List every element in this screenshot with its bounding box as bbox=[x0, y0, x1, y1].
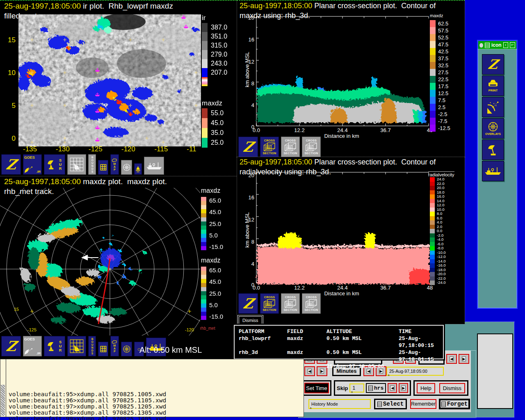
skip-fwd-button[interactable]: ▶ bbox=[399, 383, 408, 393]
ir-ytick: 15 bbox=[2, 36, 16, 44]
polar-range-label: 15 bbox=[12, 307, 21, 312]
terminal-scrollbar[interactable] bbox=[0, 359, 6, 417]
bounds-button[interactable]: BOUNDS bbox=[88, 336, 96, 356]
colorbar-entry: 243.0 bbox=[202, 59, 227, 68]
polar-colorbar2 bbox=[201, 267, 206, 320]
colorbar-segment bbox=[201, 271, 206, 275]
grid-radar-button[interactable] bbox=[67, 154, 86, 175]
colorbar-segment bbox=[201, 246, 206, 250]
window-menu-icon[interactable] bbox=[479, 43, 483, 48]
overlays-button[interactable]: OVERLAYS bbox=[482, 118, 504, 139]
buoy-icon bbox=[135, 166, 141, 173]
xs2-title: 25-aug-1997,18:05:00 Planar cross-sectio… bbox=[240, 158, 436, 167]
goes-ir-button[interactable]: GOES .IR bbox=[23, 154, 42, 175]
window-iconify-button[interactable]: ↵ bbox=[510, 42, 515, 48]
cross-section-button-active[interactable]: CROSS SECTION bbox=[260, 137, 279, 157]
sur-radar-button[interactable]: SUR bbox=[44, 154, 65, 175]
grid-overlay-button[interactable] bbox=[98, 342, 108, 356]
zebra-logo-button[interactable]: Z bbox=[238, 137, 258, 157]
cross-section-button[interactable]: CROSS SECTION bbox=[281, 293, 300, 314]
buoy-button[interactable] bbox=[134, 163, 142, 175]
xs2-ytick: 16 bbox=[244, 194, 254, 201]
icon-panel-titlebar[interactable]: icon ▪ ↵ bbox=[478, 41, 516, 49]
colorbar-entry: 25.0 bbox=[202, 138, 224, 148]
skip-back-button[interactable]: ◀ bbox=[388, 383, 397, 393]
colorbar-entry: -20.0 bbox=[430, 272, 446, 276]
ir-ytick: 0 bbox=[2, 135, 16, 143]
zebra-logo-button[interactable]: Z bbox=[1, 154, 21, 175]
grid-overlay-button[interactable] bbox=[98, 160, 108, 175]
colorbar-entry: -12.0 bbox=[430, 255, 446, 259]
map-button[interactable]: MAP bbox=[110, 336, 119, 356]
zebra-logo-button[interactable]: Z bbox=[238, 293, 258, 314]
colorbar-entry: 7.5 bbox=[430, 97, 450, 104]
cross-section-button[interactable]: CROSS SECTION bbox=[302, 293, 321, 314]
goes-ir-button[interactable]: GOES .IR bbox=[23, 336, 42, 356]
window-maximize-button[interactable]: ▪ bbox=[503, 42, 509, 48]
xs2-xtick: 24.4 bbox=[332, 285, 353, 291]
z-logo-icon: Z bbox=[487, 58, 499, 71]
ship-button[interactable] bbox=[144, 157, 164, 175]
help-button[interactable]: Help bbox=[417, 383, 435, 393]
map-button[interactable]: MAP bbox=[110, 154, 119, 175]
help-dismiss-group: Help Dismiss bbox=[413, 380, 468, 396]
radar-antenna-button[interactable] bbox=[482, 139, 504, 160]
zebra-logo-button[interactable]: Z bbox=[1, 336, 21, 356]
terminal-window[interactable]: volume:beaufait:95>xdump.all 970825.1005… bbox=[0, 359, 304, 417]
radar-scope-icon bbox=[123, 345, 131, 353]
forget-button[interactable]: Forget bbox=[439, 399, 470, 409]
range-rings-button[interactable] bbox=[121, 160, 132, 175]
step-fwd-button[interactable]: ▶ bbox=[459, 354, 469, 364]
terminal-line: volume:beaufait:97>xdump.all 970825.1205… bbox=[9, 404, 170, 410]
dismiss-button[interactable]: Dismiss bbox=[439, 383, 466, 393]
remember-button[interactable]: Remember bbox=[410, 399, 436, 409]
colorbar-segment bbox=[201, 304, 206, 308]
ir-xtick: -125 bbox=[85, 145, 106, 153]
z-logo-icon: Z bbox=[5, 339, 17, 353]
colorbar-entry: -7.5 bbox=[430, 118, 450, 125]
satellite-button[interactable] bbox=[482, 97, 504, 117]
xs2-ytick: 20 bbox=[244, 172, 254, 178]
step-back-button[interactable]: ◀ bbox=[446, 354, 457, 364]
grid-icon bbox=[100, 345, 107, 353]
colorbar-segment bbox=[201, 205, 206, 209]
radar-scope-icon bbox=[123, 163, 131, 171]
ir-maxdz-colorbar-label: maxdz bbox=[202, 99, 222, 107]
cross-section-button[interactable]: CROSS SECTION bbox=[302, 137, 321, 157]
arrow-right-icon: ▶ bbox=[462, 356, 466, 361]
bounds-button[interactable]: BOUNDS bbox=[88, 154, 96, 175]
z-logo-icon: Z bbox=[242, 140, 254, 154]
dismiss-button[interactable]: Dismiss bbox=[239, 316, 262, 324]
print-button[interactable]: PRINT bbox=[482, 75, 504, 96]
zebra-logo-button[interactable]: Z bbox=[482, 54, 504, 75]
colorbar-segment bbox=[201, 226, 206, 230]
ship-button[interactable] bbox=[482, 161, 504, 181]
colorbar-tick: 65.0 bbox=[209, 197, 230, 204]
platform-status-window: PLATFORMFIELD ALTITUDETIME rhb_lowprfmax… bbox=[234, 325, 444, 359]
history-mode-field[interactable]: History Mode bbox=[308, 399, 371, 409]
hrs-button[interactable]: hrs bbox=[366, 383, 386, 393]
colorbar-segment bbox=[201, 238, 206, 242]
colorbar-entry: -4.0 bbox=[430, 237, 446, 242]
cross-section-button[interactable]: CROSS SECTION bbox=[281, 137, 300, 157]
cross-section-button-active[interactable]: CROSS SECTION bbox=[260, 293, 279, 314]
table-row: rhb_lowprfmaxdz 0.50 km MSL25-Aug-97,18:… bbox=[239, 335, 439, 349]
colorbar-entry: 24.0 bbox=[430, 177, 446, 182]
scrollbar-thumb[interactable] bbox=[1, 385, 5, 416]
terminal-line: volume:beaufait:96>xdump.all 970825.1105… bbox=[9, 397, 170, 404]
track-platform-label: rhb_met bbox=[200, 326, 215, 331]
colorbar-segment bbox=[201, 283, 206, 287]
window-list-icon[interactable] bbox=[485, 43, 490, 48]
xs1-ytick: 12 bbox=[244, 59, 254, 65]
sur-radar-button[interactable]: SUR bbox=[44, 336, 65, 356]
set-time-button[interactable]: Set Time bbox=[304, 383, 329, 393]
xs1-colorbar: 62.5 57.5 52.5 47.5 42.5 37.5 32.5 27.5 … bbox=[430, 20, 450, 132]
skip-field[interactable]: 1 bbox=[349, 383, 364, 393]
grid-radar-button[interactable] bbox=[67, 336, 86, 356]
select-button[interactable]: Select bbox=[374, 399, 407, 409]
colorbar-entry: 207.0 bbox=[202, 68, 227, 77]
range-rings-button[interactable] bbox=[121, 342, 132, 356]
cube-icon bbox=[263, 142, 276, 152]
colorbar-segment bbox=[201, 209, 206, 213]
xs2-colorbar: 24.0 22.0 20.0 18.0 16.0 14.0 12.0 10.0 … bbox=[430, 177, 446, 285]
